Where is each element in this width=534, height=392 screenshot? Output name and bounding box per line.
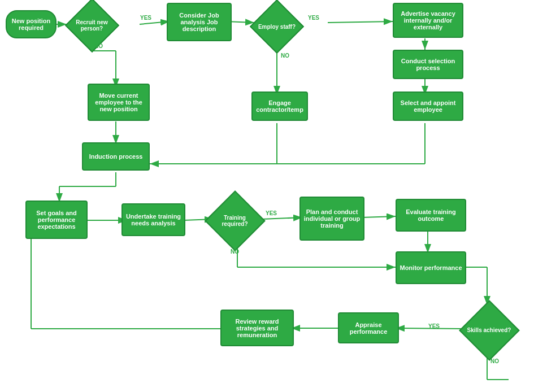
- svg-line-21: [262, 217, 302, 219]
- svg-line-4: [328, 21, 393, 23]
- node-induction: Induction process: [82, 142, 150, 171]
- svg-line-2: [140, 21, 170, 24]
- svg-line-22: [362, 216, 396, 217]
- label-no2: NO: [281, 53, 289, 59]
- node-select-appoint: Select and appoint employee: [393, 92, 463, 121]
- label-yes3: YES: [266, 210, 277, 216]
- label-no3: NO: [231, 249, 239, 255]
- node-consider: Consider Job analysis Job description: [167, 3, 232, 41]
- node-engage-contractor: Engage contractor/temp: [251, 92, 308, 121]
- label-yes2: YES: [308, 15, 319, 21]
- node-set-goals: Set goals and performance expectations: [25, 201, 88, 239]
- node-move-employee: Move current employee to the new positio…: [88, 84, 150, 121]
- node-advertise: Advertise vacancy internally and/or exte…: [393, 3, 463, 38]
- node-review-reward: Review reward strategies and remuneratio…: [220, 310, 294, 346]
- label-no4: NO: [490, 358, 499, 364]
- node-recruit: Recruit new person?: [65, 3, 119, 48]
- node-appraise: Appraise performance: [338, 312, 399, 343]
- node-undertake-training: Undertake training needs analysis: [121, 203, 185, 236]
- node-employ-staff: Employ staff?: [251, 2, 302, 51]
- flowchart: New position required Recruit new person…: [0, 0, 534, 392]
- label-no1: NO: [94, 43, 103, 49]
- node-plan-conduct: Plan and conduct individual or group tra…: [299, 197, 364, 241]
- node-new-position: New position required: [6, 10, 57, 38]
- node-evaluate-training: Evaluate training outcome: [396, 199, 466, 232]
- node-conduct-selection: Conduct selection process: [393, 50, 463, 79]
- node-monitor-performance: Monitor performance: [396, 251, 466, 284]
- node-skills-achieved: Skills achieved?: [462, 303, 516, 357]
- node-training-required: Training required?: [208, 194, 262, 247]
- label-yes4: YES: [428, 323, 440, 329]
- label-yes1: YES: [140, 15, 151, 21]
